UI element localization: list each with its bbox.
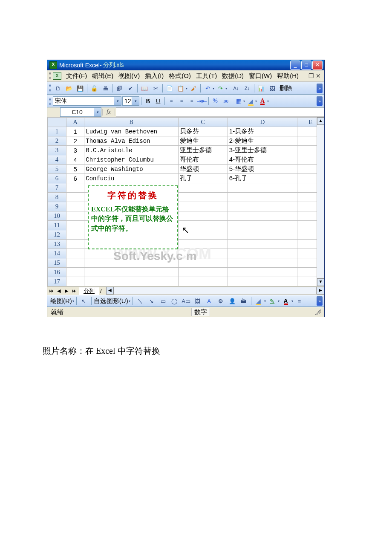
borders-dropdown[interactable]: ▾ — [243, 99, 245, 103]
maximize-button[interactable]: □ — [301, 61, 311, 70]
select-objects-icon[interactable]: ↖ — [79, 296, 89, 306]
cell[interactable] — [179, 211, 228, 221]
cell[interactable]: 4 — [66, 155, 84, 165]
picture-icon[interactable]: 🏔 — [239, 296, 249, 306]
arrow-icon[interactable]: ↘ — [147, 296, 157, 306]
drawing-icon[interactable]: 🖼 — [267, 83, 277, 93]
row-header[interactable]: 9 — [48, 202, 66, 211]
cell[interactable]: 3 — [66, 146, 84, 155]
cell[interactable] — [179, 230, 228, 240]
cell[interactable]: Ludwig van Beethoven — [84, 127, 179, 136]
row-header[interactable]: 5 — [48, 165, 66, 174]
line-style-icon[interactable]: ≡ — [294, 296, 305, 306]
doc-minimize-button[interactable]: _ — [303, 72, 307, 79]
cell[interactable]: 6-孔子 — [228, 174, 297, 183]
cell[interactable]: B.C.Aristotle — [84, 146, 179, 155]
cell[interactable]: George Washingto — [84, 165, 179, 174]
merge-center-icon[interactable]: ⇥⇤ — [197, 96, 207, 106]
cell[interactable] — [228, 230, 297, 240]
worksheet-area[interactable]: A B C D E 11Ludwig van Beethoven贝多芬1-贝多芬… — [47, 117, 324, 286]
new-icon[interactable]: 🗋 — [53, 83, 63, 93]
row-header[interactable]: 11 — [48, 221, 66, 230]
table-row[interactable]: 15 — [48, 258, 324, 268]
row-header[interactable]: 16 — [48, 268, 66, 277]
cell[interactable] — [66, 230, 84, 240]
draw-menu[interactable]: 绘图(R) — [50, 297, 72, 305]
underline-button[interactable]: U — [153, 96, 163, 106]
col-header-B[interactable]: B — [84, 118, 179, 127]
bold-button[interactable]: B — [143, 96, 153, 106]
row-header[interactable]: 17 — [48, 277, 66, 286]
cell[interactable]: 贝多芬 — [179, 127, 228, 136]
workbook-icon[interactable]: x — [53, 72, 61, 80]
toolbar-overflow[interactable]: » — [317, 96, 323, 106]
cell[interactable] — [179, 240, 228, 249]
minimize-button[interactable]: _ — [290, 61, 300, 70]
cell[interactable]: 爱迪生 — [179, 136, 228, 146]
font-color-icon[interactable]: A — [258, 96, 267, 106]
cell[interactable] — [228, 258, 297, 268]
line-color-icon[interactable]: ✎ — [267, 296, 277, 306]
cell[interactable]: 4-哥伦布 — [228, 155, 297, 165]
close-button[interactable]: ✕ — [312, 61, 323, 70]
cell[interactable]: 1-贝多芬 — [228, 127, 297, 136]
row-header[interactable]: 1 — [48, 127, 66, 136]
cut-icon[interactable]: ✂ — [150, 83, 161, 93]
row-header[interactable]: 10 — [48, 211, 66, 221]
align-center-icon[interactable]: ≡ — [177, 96, 186, 106]
fill-color-icon[interactable]: ◢ — [254, 296, 264, 306]
col-header-D[interactable]: D — [228, 118, 297, 127]
research-icon[interactable]: 📖 — [139, 83, 150, 93]
menu-tools[interactable]: 工具(T) — [193, 71, 219, 81]
cell[interactable] — [66, 268, 84, 277]
sheet-tab[interactable]: 分列 — [79, 287, 99, 295]
fx-button[interactable]: fx — [102, 109, 115, 116]
autoshapes-dropdown[interactable]: ▾ — [129, 299, 130, 303]
table-row[interactable]: 17 — [48, 277, 324, 286]
percent-button[interactable]: % — [210, 96, 220, 106]
cell[interactable]: 亚里士多德 — [179, 146, 228, 155]
menu-view[interactable]: 视图(V) — [116, 71, 142, 81]
cell[interactable] — [228, 277, 297, 286]
font-name-combo[interactable]: 宋体 ▾ — [53, 96, 121, 106]
scroll-track[interactable] — [317, 125, 324, 278]
cell[interactable]: 孔子 — [179, 174, 228, 183]
table-row[interactable]: 14 — [48, 249, 324, 258]
sort-asc-icon[interactable]: A↓ — [231, 83, 241, 93]
hscroll-left-button[interactable]: ◀ — [106, 287, 114, 295]
cell[interactable]: 5-华盛顿 — [228, 165, 297, 174]
cell[interactable]: 5 — [66, 165, 84, 174]
fill-color-dropdown[interactable]: ▾ — [264, 299, 266, 303]
oval-icon[interactable]: ◯ — [170, 296, 180, 306]
line-color-dropdown[interactable]: ▾ — [278, 299, 280, 303]
cell[interactable] — [179, 268, 228, 277]
doc-close-button[interactable]: ✕ — [316, 72, 321, 79]
cell[interactable]: Christopher Columbu — [84, 155, 179, 165]
name-box-dropdown[interactable]: ▾ — [94, 108, 101, 116]
row-header[interactable]: 7 — [48, 183, 66, 193]
insert-picture-icon[interactable]: 🖼 — [193, 296, 203, 306]
col-header-A[interactable]: A — [66, 118, 84, 127]
font-name-dropdown[interactable]: ▾ — [114, 97, 121, 105]
toolbar-overflow[interactable]: » — [317, 296, 323, 306]
font-size-dropdown[interactable]: ▾ — [132, 97, 139, 105]
row-header[interactable]: 2 — [48, 136, 66, 146]
row-header[interactable]: 6 — [48, 174, 66, 183]
permission-icon[interactable]: 🔓 — [89, 83, 99, 93]
fill-color-icon[interactable]: ◢ — [246, 96, 255, 106]
cell[interactable] — [228, 211, 297, 221]
cell[interactable] — [66, 221, 84, 230]
font-color-dropdown[interactable]: ▾ — [267, 99, 269, 103]
cell[interactable] — [66, 202, 84, 211]
cell[interactable]: 6 — [66, 174, 84, 183]
row-header[interactable]: 4 — [48, 155, 66, 165]
cell[interactable] — [66, 183, 84, 193]
redo-icon[interactable]: ↷ — [215, 83, 225, 93]
cell[interactable]: Confuciu — [84, 174, 179, 183]
cell[interactable] — [66, 249, 84, 258]
cell[interactable] — [66, 240, 84, 249]
menu-window[interactable]: 窗口(W) — [246, 71, 274, 81]
cell[interactable]: 哥伦布 — [179, 155, 228, 165]
undo-dropdown[interactable]: ▾ — [213, 87, 214, 90]
toolbar-overflow[interactable]: » — [317, 84, 323, 93]
